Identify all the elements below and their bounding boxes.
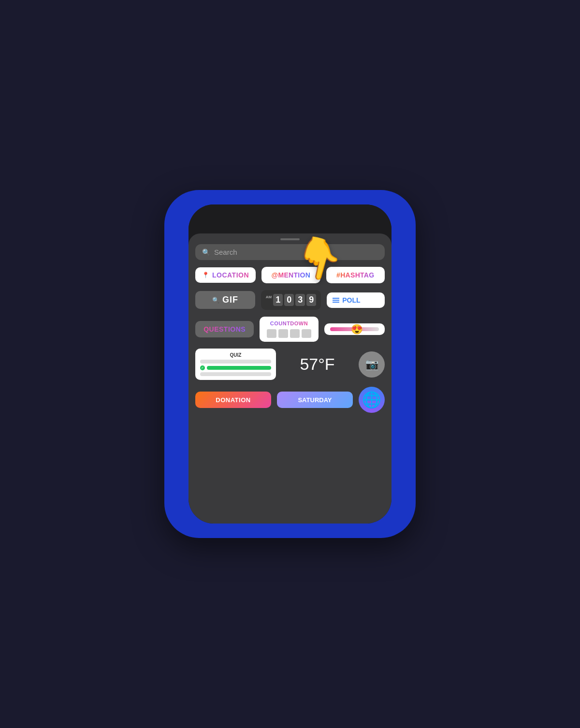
sticker-row-1: 📍 LOCATION @MENTION #HASHTAG xyxy=(195,267,385,283)
time-sticker[interactable]: AM 1 0 3 9 xyxy=(261,290,321,310)
saturday-label: SATURDAY xyxy=(298,396,332,404)
quiz-correct-row: ✓ xyxy=(200,365,271,370)
time-digit-4: 9 xyxy=(306,294,316,306)
emoji-slider-sticker[interactable]: 😍 xyxy=(324,323,385,335)
donation-sticker[interactable]: DONATION xyxy=(195,392,271,408)
time-digit-1: 1 xyxy=(273,294,283,306)
globe-sticker[interactable]: 🌐 xyxy=(359,387,385,413)
quiz-option-correct xyxy=(207,366,271,370)
slider-track: 😍 xyxy=(330,327,379,331)
countdown-bar-1 xyxy=(267,329,276,338)
poll-icon xyxy=(333,298,339,303)
countdown-bar-3 xyxy=(290,329,300,338)
phone-frame: 👇 🔍 Search 📍 LOCATION @MENTION xyxy=(164,190,416,538)
search-input[interactable]: Search xyxy=(214,248,237,256)
search-bar[interactable]: 🔍 Search xyxy=(195,244,385,260)
search-icon: 🔍 xyxy=(202,248,210,256)
sticker-row-2: 🔍 GIF AM 1 0 3 9 xyxy=(195,290,385,310)
quiz-sticker[interactable]: QUIZ ✓ xyxy=(195,349,276,380)
sticker-row-5: DONATION SATURDAY 🌐 xyxy=(195,387,385,413)
mention-sticker[interactable]: @MENTION xyxy=(261,267,320,283)
slider-emoji-icon: 😍 xyxy=(351,323,363,335)
pin-icon: 📍 xyxy=(202,272,209,278)
globe-icon: 🌐 xyxy=(362,391,381,409)
gif-search-icon: 🔍 xyxy=(212,297,219,304)
quiz-check-icon: ✓ xyxy=(200,365,205,370)
questions-sticker[interactable]: QUESTIONS xyxy=(195,321,254,337)
phone-notch xyxy=(259,204,321,218)
hashtag-sticker[interactable]: #HASHTAG xyxy=(326,267,385,283)
temperature-label: 57°F xyxy=(300,355,334,373)
poll-line-1 xyxy=(333,298,339,299)
camera-icon: 📷 xyxy=(365,358,378,371)
sticker-row-3: QUESTIONS COUNTDOWN 😍 xyxy=(195,317,385,342)
time-digit-2: 0 xyxy=(284,294,294,306)
sheet-handle xyxy=(280,238,300,240)
countdown-bars xyxy=(267,329,311,338)
hashtag-label: #HASHTAG xyxy=(336,271,374,279)
gif-sticker[interactable]: 🔍 GIF xyxy=(195,291,255,309)
poll-sticker[interactable]: POLL xyxy=(327,292,385,308)
countdown-sticker[interactable]: COUNTDOWN xyxy=(260,317,318,342)
camera-sticker[interactable]: 📷 xyxy=(359,351,385,378)
questions-label: QUESTIONS xyxy=(203,325,246,333)
countdown-bar-2 xyxy=(278,329,288,338)
mention-label: @MENTION xyxy=(272,271,311,279)
poll-line-2 xyxy=(333,300,339,301)
temperature-sticker[interactable]: 57°F xyxy=(282,355,353,374)
quiz-label: QUIZ xyxy=(200,352,271,358)
sticker-sheet: 🔍 Search 📍 LOCATION @MENTION #HASHTAG xyxy=(188,233,392,524)
countdown-bar-4 xyxy=(302,329,311,338)
location-sticker[interactable]: 📍 LOCATION xyxy=(195,267,256,283)
gif-label: GIF xyxy=(222,295,238,305)
poll-label: POLL xyxy=(342,296,360,304)
location-label: LOCATION xyxy=(212,271,249,279)
time-am-label: AM xyxy=(266,295,272,299)
saturday-sticker[interactable]: SATURDAY xyxy=(277,392,353,408)
sticker-row-4: QUIZ ✓ 57°F 📷 xyxy=(195,349,385,380)
quiz-option-1 xyxy=(200,360,271,364)
stickers-grid: 📍 LOCATION @MENTION #HASHTAG 🔍 GIF xyxy=(188,267,392,524)
quiz-option-3 xyxy=(200,372,271,376)
phone-screen: 👇 🔍 Search 📍 LOCATION @MENTION xyxy=(188,204,392,524)
donation-label: DONATION xyxy=(216,396,250,404)
time-digit-3: 3 xyxy=(295,294,305,306)
poll-line-3 xyxy=(333,302,339,303)
countdown-label: COUNTDOWN xyxy=(270,320,308,326)
time-digits: 1 0 3 9 xyxy=(273,294,316,306)
